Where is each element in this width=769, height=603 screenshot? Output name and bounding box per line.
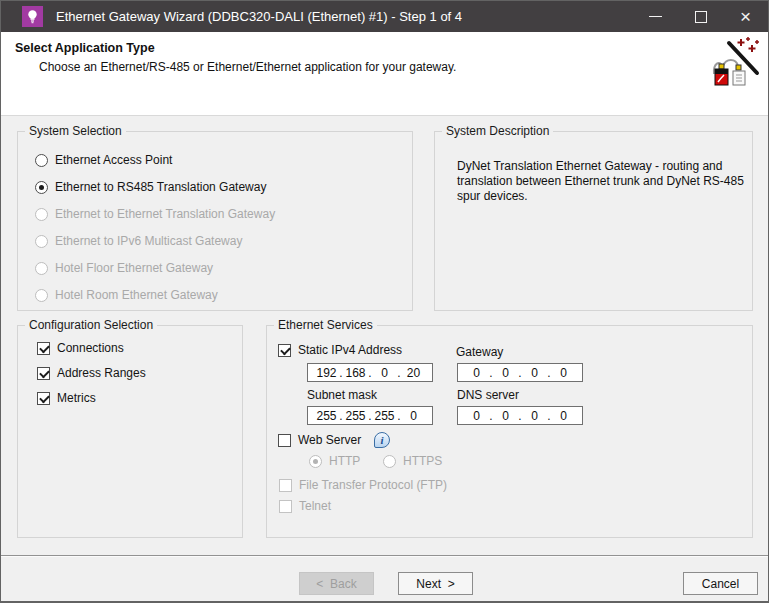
footer-divider <box>1 555 768 557</box>
radio-hotel-room-gateway: Hotel Room Ethernet Gateway <box>35 288 218 302</box>
configuration-selection-label: Configuration Selection <box>25 318 157 332</box>
radio-icon <box>35 235 48 248</box>
ethernet-services-group: Ethernet Services Static IPv4 Address Ga… <box>266 325 753 538</box>
info-icon[interactable]: i <box>374 432 390 448</box>
dns-server-input[interactable]: 0.0.0.0 <box>457 406 583 425</box>
close-button[interactable]: × <box>723 1 768 32</box>
subnet-mask-input[interactable]: 255.255.255.0 <box>307 406 433 425</box>
subnet-mask-label: Subnet mask <box>307 388 377 402</box>
radio-hotel-floor-gateway: Hotel Floor Ethernet Gateway <box>35 261 213 275</box>
radio-icon-selected <box>35 181 48 194</box>
close-icon: × <box>740 7 751 26</box>
app-lightbulb-icon <box>22 6 43 27</box>
next-button[interactable]: Next > <box>398 572 473 595</box>
minimize-button[interactable] <box>633 1 678 32</box>
wizard-header: Select Application Type Choose an Ethern… <box>1 32 768 116</box>
maximize-button[interactable] <box>678 1 723 32</box>
system-selection-group: System Selection Ethernet Access Point E… <box>17 131 413 311</box>
radio-ethernet-access-point[interactable]: Ethernet Access Point <box>35 153 172 167</box>
checkbox-metrics[interactable]: Metrics <box>37 391 96 405</box>
title-bar[interactable]: Ethernet Gateway Wizard (DDBC320-DALI (E… <box>1 1 768 32</box>
radio-icon <box>35 289 48 302</box>
page-title: Select Application Type <box>15 41 155 55</box>
radio-http: HTTP <box>309 454 360 468</box>
radio-icon <box>35 262 48 275</box>
radio-icon-selected <box>309 455 322 468</box>
checkbox-static-ipv4[interactable]: Static IPv4 Address <box>278 343 402 357</box>
radio-ethernet-ethernet-gateway: Ethernet to Ethernet Translation Gateway <box>35 207 275 221</box>
checkbox-address-ranges[interactable]: Address Ranges <box>37 366 146 380</box>
gateway-input[interactable]: 0.0.0.0 <box>457 363 583 382</box>
radio-ipv6-multicast-gateway: Ethernet to IPv6 Multicast Gateway <box>35 234 242 248</box>
radio-icon <box>383 455 396 468</box>
system-description-text: DyNet Translation Ethernet Gateway - rou… <box>457 159 749 204</box>
cancel-button[interactable]: Cancel <box>683 572 758 595</box>
checkbox-icon-checked <box>278 344 291 357</box>
checkbox-icon-unchecked <box>279 500 292 513</box>
back-button: < Back <box>299 572 374 595</box>
configuration-selection-group: Configuration Selection Connections Addr… <box>17 325 243 538</box>
system-selection-label: System Selection <box>25 124 126 138</box>
page-subtitle: Choose an Ethernet/RS-485 or Ethernet/Et… <box>39 60 456 74</box>
radio-ethernet-rs485-gateway[interactable]: Ethernet to RS485 Translation Gateway <box>35 180 266 194</box>
system-description-group: System Description DyNet Translation Eth… <box>434 131 753 311</box>
radio-icon <box>35 154 48 167</box>
checkbox-icon-checked <box>37 342 50 355</box>
gateway-label: Gateway <box>456 345 503 359</box>
minimize-icon <box>649 16 662 17</box>
system-description-label: System Description <box>442 124 553 138</box>
checkbox-telnet: Telnet <box>279 499 331 513</box>
magic-wand-icon <box>711 37 761 87</box>
radio-https: HTTPS <box>383 454 442 468</box>
checkbox-icon-unchecked <box>279 479 292 492</box>
checkbox-ftp: File Transfer Protocol (FTP) <box>279 478 447 492</box>
checkbox-icon-checked <box>37 367 50 380</box>
checkbox-connections[interactable]: Connections <box>37 341 124 355</box>
maximize-icon <box>695 11 707 23</box>
ethernet-services-label: Ethernet Services <box>274 318 377 332</box>
radio-icon <box>35 208 48 221</box>
window-title: Ethernet Gateway Wizard (DDBC320-DALI (E… <box>56 9 633 24</box>
checkbox-icon-checked <box>37 392 50 405</box>
static-ipv4-input[interactable]: 192.168.0.20 <box>307 363 433 382</box>
dns-server-label: DNS server <box>457 388 519 402</box>
wizard-dialog: Ethernet Gateway Wizard (DDBC320-DALI (E… <box>0 0 769 603</box>
checkbox-web-server[interactable]: Web Server i <box>278 432 390 448</box>
checkbox-icon-unchecked <box>278 434 291 447</box>
